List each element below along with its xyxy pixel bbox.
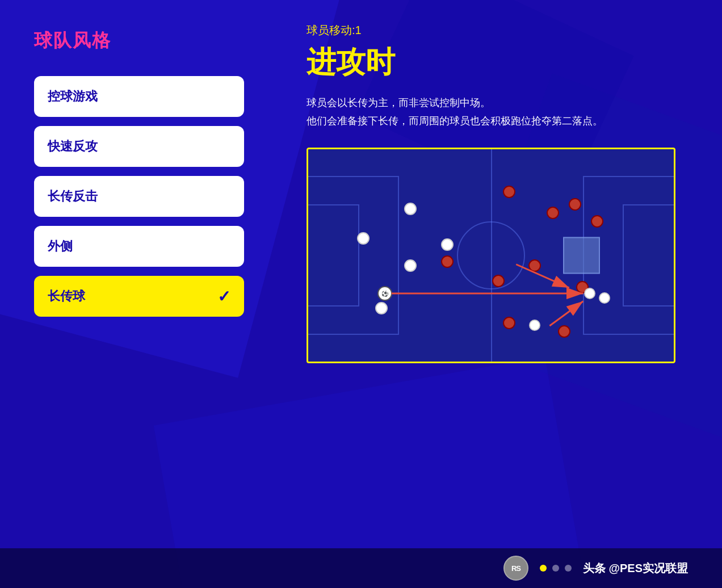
field-diagram: ⚽ — [307, 148, 675, 363]
center-circle — [457, 221, 525, 289]
section-title: 进攻时 — [307, 43, 688, 82]
dots-group — [540, 565, 572, 572]
menu-item-5[interactable]: 长传球 ✓ — [34, 276, 244, 317]
menu-item-1[interactable]: 控球游戏 — [34, 76, 244, 117]
player-r2 — [547, 207, 559, 219]
player-r1 — [503, 186, 515, 198]
menu-item-5-label: 长传球 — [48, 288, 85, 305]
menu-item-2[interactable]: 快速反攻 — [34, 126, 244, 167]
player-w3 — [404, 259, 417, 272]
player-w1 — [357, 232, 370, 245]
checkmark-icon: ✓ — [217, 287, 230, 306]
watermark: 头条 @PES实况联盟 — [583, 561, 688, 576]
player-r6 — [492, 275, 505, 287]
player-w6 — [584, 288, 595, 299]
ball-player: ⚽ — [377, 286, 392, 301]
description-line2: 他们会准备接下长传，而周围的球员也会积极跑位抢夺第二落点。 — [307, 112, 688, 130]
menu-item-4[interactable]: 外侧 — [34, 226, 244, 267]
menu-item-2-label: 快速反攻 — [48, 138, 98, 155]
main-container: 球队风格 控球游戏 快速反攻 长传反击 外侧 长传球 ✓ 球员移动:1 进攻时 — [0, 0, 722, 588]
field-markings — [308, 149, 674, 362]
dot-1 — [540, 565, 547, 572]
menu-item-3[interactable]: 长传反击 — [34, 176, 244, 217]
player-r7 — [528, 259, 541, 272]
dot-3 — [565, 565, 572, 572]
bottom-bar: RS 头条 @PES实况联盟 — [0, 548, 722, 588]
menu-item-4-label: 外侧 — [48, 238, 73, 255]
target-box — [563, 237, 600, 274]
player-w2 — [404, 203, 417, 215]
player-w4 — [441, 238, 454, 251]
player-w5 — [375, 302, 388, 314]
left-goal-box — [308, 204, 359, 306]
player-w8 — [529, 320, 540, 331]
description-line1: 球员会以长传为主，而非尝试控制中场。 — [307, 94, 688, 112]
player-r10 — [558, 325, 570, 338]
menu-list: 控球游戏 快速反攻 长传反击 外侧 长传球 ✓ — [34, 76, 272, 317]
left-panel: 球队风格 控球游戏 快速反攻 长传反击 外侧 长传球 ✓ — [34, 23, 272, 571]
dot-2 — [552, 565, 559, 572]
player-r9 — [503, 317, 515, 329]
right-panel: 球员移动:1 进攻时 球员会以长传为主，而非尝试控制中场。 他们会准备接下长传，… — [272, 23, 688, 571]
menu-item-3-label: 长传反击 — [48, 188, 98, 205]
right-goal-box — [623, 204, 674, 306]
player-r3 — [569, 198, 581, 211]
player-w7 — [599, 292, 610, 304]
panel-title: 球队风格 — [34, 28, 272, 53]
player-r4 — [591, 215, 603, 228]
menu-item-1-label: 控球游戏 — [48, 88, 98, 105]
rs-badge: RS — [503, 556, 528, 581]
move-label: 球员移动:1 — [307, 23, 688, 38]
player-r5 — [441, 255, 454, 268]
description: 球员会以长传为主，而非尝试控制中场。 他们会准备接下长传，而周围的球员也会积极跑… — [307, 94, 688, 131]
